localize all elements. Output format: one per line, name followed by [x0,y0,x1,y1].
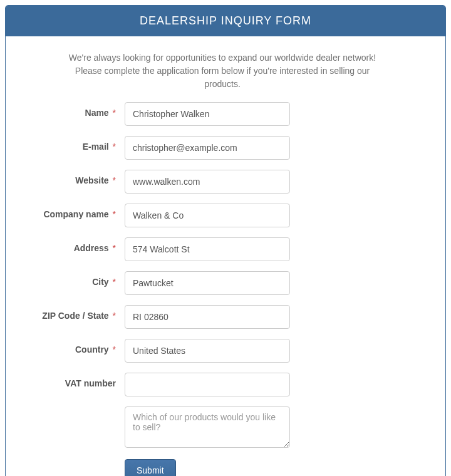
row-website: Website * [37,170,408,194]
row-message [37,406,408,448]
label-message [37,406,125,412]
row-zipstate: ZIP Code / State * [37,305,408,329]
row-name: Name * [37,102,408,126]
label-city: City * [37,271,125,287]
row-country: Country * [37,339,408,363]
row-address: Address * [37,237,408,261]
address-input[interactable] [125,237,290,261]
label-email: E-mail * [37,136,125,152]
row-email: E-mail * [37,136,408,160]
row-company: Company name * [37,204,408,227]
label-vat: VAT number [37,373,125,388]
company-input[interactable] [125,204,290,227]
vat-input[interactable] [125,373,290,396]
website-input[interactable] [125,170,290,194]
required-mark: * [113,277,116,287]
zipstate-input[interactable] [125,305,290,329]
required-mark: * [113,175,116,185]
submit-row: Submit [37,459,408,476]
label-zipstate: ZIP Code / State * [37,305,125,321]
label-address: Address * [37,237,125,253]
submit-offset [37,459,125,476]
required-mark: * [113,108,116,118]
required-mark: * [113,344,116,354]
label-website: Website * [37,170,125,185]
required-mark: * [113,142,116,152]
required-mark: * [113,311,116,321]
message-textarea[interactable] [125,406,290,448]
row-vat: VAT number [37,373,408,396]
required-mark: * [113,209,116,219]
form-card: DEALERSHIP INQUIRY FORM We're always loo… [5,5,446,476]
row-city: City * [37,271,408,295]
label-company: Company name * [37,204,125,219]
intro-text: We're always looking for opportunities t… [37,51,408,102]
label-country: Country * [37,339,125,354]
form-header-title: DEALERSHIP INQUIRY FORM [6,6,445,36]
name-input[interactable] [125,102,290,126]
required-mark: * [113,243,116,253]
form-body: We're always looking for opportunities t… [6,36,445,476]
email-input[interactable] [125,136,290,160]
submit-button[interactable]: Submit [125,459,176,476]
city-input[interactable] [125,271,290,295]
label-name: Name * [37,102,125,118]
country-input[interactable] [125,339,290,363]
